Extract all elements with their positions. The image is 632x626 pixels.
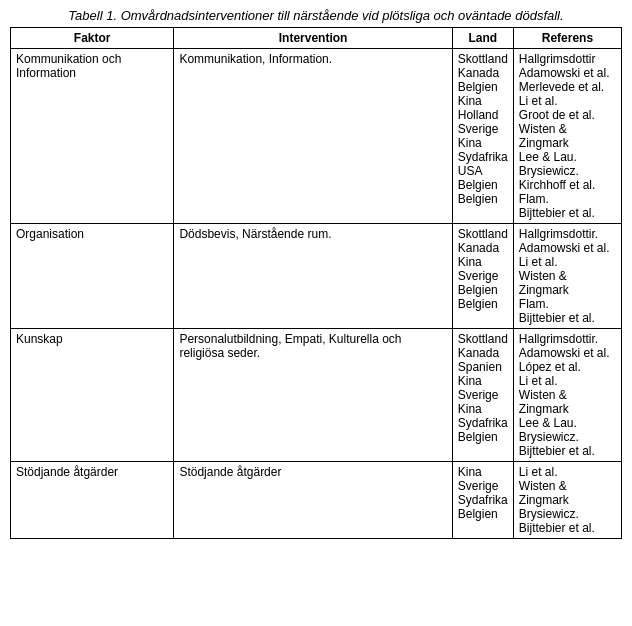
- table-row: KunskapPersonalutbildning, Empati, Kultu…: [11, 329, 622, 462]
- header-row: Faktor Intervention Land Referens: [11, 28, 622, 49]
- header-faktor: Faktor: [11, 28, 174, 49]
- header-land: Land: [452, 28, 513, 49]
- cell-land: Kina Sverige Sydafrika Belgien: [452, 462, 513, 539]
- cell-factor: Kunskap: [11, 329, 174, 462]
- cell-factor: Stödjande åtgärder: [11, 462, 174, 539]
- cell-factor: Kommunikation och Information: [11, 49, 174, 224]
- cell-referens: Hallgrimsdottir Adamowski et al. Merleve…: [513, 49, 621, 224]
- page-title: Tabell 1. Omvårdnadsinterventioner till …: [10, 8, 622, 23]
- table-body: Kommunikation och InformationKommunikati…: [11, 49, 622, 539]
- cell-land: Skottland Kanada Spanien Kina Sverige Ki…: [452, 329, 513, 462]
- header-referens: Referens: [513, 28, 621, 49]
- table-header: Faktor Intervention Land Referens: [11, 28, 622, 49]
- cell-referens: Li et al. Wisten & Zingmark Brysiewicz. …: [513, 462, 621, 539]
- cell-factor: Organisation: [11, 224, 174, 329]
- cell-referens: Hallgrimsdottir. Adamowski et al. Li et …: [513, 224, 621, 329]
- cell-intervention: Personalutbildning, Empati, Kulturella o…: [174, 329, 452, 462]
- table-row: OrganisationDödsbevis, Närstående rum.Sk…: [11, 224, 622, 329]
- header-intervention: Intervention: [174, 28, 452, 49]
- main-table: Faktor Intervention Land Referens Kommun…: [10, 27, 622, 539]
- cell-referens: Hallgrimsdottir. Adamowski et al. López …: [513, 329, 621, 462]
- table-row: Stödjande åtgärderStödjande åtgärderKina…: [11, 462, 622, 539]
- cell-intervention: Dödsbevis, Närstående rum.: [174, 224, 452, 329]
- cell-intervention: Kommunikation, Information.: [174, 49, 452, 224]
- cell-land: Skottland Kanada Kina Sverige Belgien Be…: [452, 224, 513, 329]
- cell-intervention: Stödjande åtgärder: [174, 462, 452, 539]
- cell-land: Skottland Kanada Belgien Kina Holland Sv…: [452, 49, 513, 224]
- table-row: Kommunikation och InformationKommunikati…: [11, 49, 622, 224]
